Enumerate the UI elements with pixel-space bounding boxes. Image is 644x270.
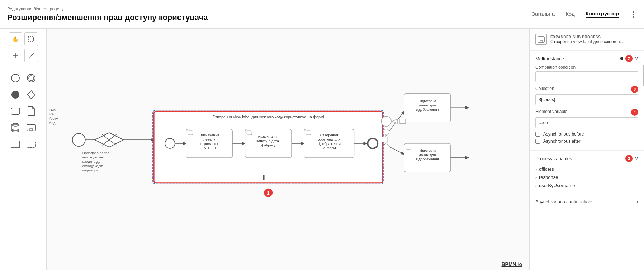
canvas-area[interactable]: Виз КА (осту виді Посадова особа має код…	[47, 29, 529, 270]
pv-item-response[interactable]: › response	[535, 173, 638, 181]
svg-rect-18	[27, 124, 35, 131]
multi-instance-badge: 2	[625, 55, 633, 62]
pv-item-userbyusername[interactable]: › userByUsername	[535, 181, 638, 190]
svg-text:складу кодів: складу кодів	[82, 164, 103, 168]
svg-text:Визначення: Визначення	[199, 133, 219, 137]
svg-text:ініціатора: ініціатора	[82, 168, 99, 172]
svg-rect-88	[540, 40, 542, 42]
collection-input[interactable]	[535, 94, 638, 105]
main-layout: ✋	[0, 29, 644, 270]
diamond-shape[interactable]	[24, 88, 38, 101]
pool-shape[interactable]	[9, 137, 22, 151]
multi-instance-header: Multi-instance 2 ∨	[535, 55, 638, 62]
svg-point-63	[368, 138, 378, 148]
async-after-checkbox[interactable]	[535, 139, 540, 144]
header-subtitle: Редагування бізнес-процесу	[7, 6, 208, 11]
scrollbar-thumb[interactable]	[643, 65, 644, 86]
svg-text:(осту: (осту	[49, 117, 58, 120]
element-variable-input[interactable]	[535, 117, 638, 128]
toolbar-row-1: ✋	[9, 32, 38, 46]
svg-rect-83	[400, 119, 406, 123]
multi-instance-title: Multi-instance	[535, 56, 564, 61]
svg-text:даних для: даних для	[419, 153, 436, 157]
element-variable-field: Element variable 4	[535, 109, 638, 128]
process-variables-title: Process variables	[535, 156, 572, 161]
svg-line-6	[29, 53, 34, 58]
pv-chevron[interactable]: ∨	[635, 156, 638, 161]
collection-badge: 3	[631, 86, 638, 93]
pv-item-officers[interactable]: › officers	[535, 165, 638, 173]
async-continuations-label: Asynchronous continuations	[535, 199, 594, 204]
svg-text:входять до: входять до	[82, 160, 101, 164]
svg-rect-85	[382, 137, 388, 142]
multi-instance-controls: 2 ∨	[620, 55, 638, 62]
panel-type-label: EXPANDED SUB PROCESS	[550, 35, 624, 39]
header-right: Загальна Код Конструктор ⋮	[532, 10, 637, 19]
tab-code[interactable]: Код	[565, 11, 575, 18]
toolbar-row-6	[9, 121, 38, 134]
pv-arrow-officers: ›	[535, 167, 537, 172]
dot-indicator	[620, 57, 623, 60]
bpmn-canvas: Виз КА (осту виді Посадова особа має код…	[47, 29, 529, 270]
lasso-tool-button[interactable]	[24, 32, 38, 46]
multi-instance-chevron[interactable]: ∨	[635, 56, 638, 61]
element-variable-badge: 4	[631, 109, 638, 116]
completion-condition-field: Completion condition	[535, 65, 638, 82]
svg-marker-82	[392, 119, 397, 123]
header-title: Розширення/зменшення прав доступу корист…	[7, 13, 208, 22]
svg-text:code view для: code view для	[318, 137, 341, 141]
data-store-shape[interactable]	[9, 121, 22, 134]
circle-shape[interactable]	[9, 71, 22, 85]
completion-condition-input[interactable]	[535, 71, 638, 82]
subprocess-shape[interactable]	[24, 121, 38, 134]
svg-text:левелу: левелу	[203, 137, 215, 141]
pv-badge: 3	[625, 155, 633, 162]
pv-controls: 3 ∨	[625, 155, 638, 162]
more-menu-button[interactable]: ⋮	[630, 10, 637, 19]
async-continuations-section[interactable]: Asynchronous continuations ›	[530, 194, 644, 209]
svg-marker-12	[27, 91, 35, 99]
panel-header: EXPANDED SUB PROCESS Створення view labe…	[530, 29, 644, 51]
svg-text:отриманих: отриманих	[200, 142, 218, 146]
rounded-rect-shape[interactable]	[9, 104, 22, 118]
pv-label-userbyusername: userByUsername	[539, 183, 575, 188]
svg-text:КАТОТТГ: КАТОТТГ	[202, 146, 217, 150]
tab-constructor[interactable]: Конструктор	[586, 10, 619, 18]
svg-text:Підготовка: Підготовка	[418, 148, 436, 152]
process-variables-section: Process variables 3 ∨ › officers › respo…	[530, 151, 644, 194]
collection-field: Collection 3	[535, 86, 638, 105]
svg-point-11	[11, 91, 19, 99]
bpmn-watermark: BPMN.io	[501, 261, 522, 267]
panel-element-name: Створення view label для кожного к...	[550, 39, 624, 44]
header: Редагування бізнес-процесу Розширення/зм…	[0, 0, 644, 29]
tab-general[interactable]: Загальна	[532, 11, 555, 18]
svg-text:даних для: даних для	[419, 103, 436, 107]
filled-circle-shape[interactable]	[9, 88, 22, 101]
data-object-shape[interactable]	[24, 104, 38, 118]
svg-text:Надсилання: Надсилання	[258, 134, 279, 138]
svg-text:Підготовка: Підготовка	[418, 99, 436, 103]
svg-text:Створення: Створення	[320, 133, 338, 137]
hand-tool-button[interactable]: ✋	[9, 32, 22, 46]
element-variable-label: Element variable	[535, 109, 567, 114]
async-after-label: Asynchronous after	[543, 139, 580, 144]
connect-tool-button[interactable]	[24, 49, 38, 62]
right-panel: EXPANDED SUB PROCESS Створення view labe…	[529, 29, 644, 270]
svg-text:Створення view label для кожно: Створення view label для кожного коду ко…	[212, 115, 324, 119]
async-after-row: Asynchronous after	[535, 139, 638, 144]
header-left: Редагування бізнес-процесу Розширення/зм…	[7, 6, 208, 22]
space-tool-button[interactable]	[9, 49, 22, 62]
svg-text:запиту в дата-: запиту в дата-	[256, 139, 280, 143]
async-continuations-arrow: ›	[636, 199, 638, 204]
double-circle-shape[interactable]	[24, 71, 38, 85]
separator-1	[2, 67, 44, 67]
async-before-checkbox[interactable]	[535, 132, 540, 137]
svg-rect-13	[11, 108, 20, 114]
svg-text:відображення: відображення	[416, 108, 439, 112]
svg-text:КА: КА	[49, 112, 54, 116]
svg-point-41	[165, 138, 175, 148]
process-variables-header: Process variables 3 ∨	[535, 155, 638, 162]
svg-rect-20	[11, 141, 20, 147]
group-shape[interactable]	[24, 137, 38, 151]
svg-point-81	[381, 116, 391, 126]
